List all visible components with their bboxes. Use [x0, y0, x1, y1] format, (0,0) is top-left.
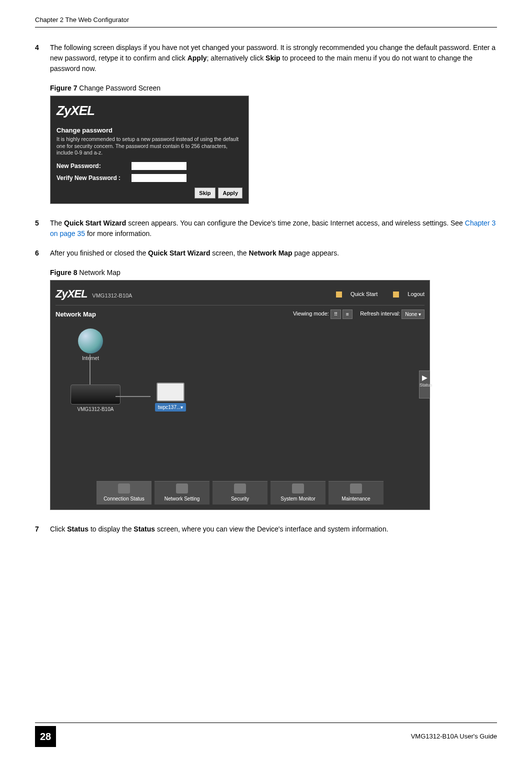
- chevron-right-icon: ▶: [420, 374, 430, 381]
- figure7-screenshot: ZyXEL Change password It is highly recom…: [50, 96, 249, 204]
- change-password-heading: Change password: [56, 126, 242, 136]
- bold-apply: Apply: [188, 54, 207, 62]
- divider: [56, 305, 424, 306]
- globe-icon: [78, 328, 103, 354]
- network-map-title: Network Map: [56, 310, 96, 320]
- step-number: 5: [35, 218, 50, 239]
- step-body: The Quick Start Wizard screen appears. Y…: [50, 218, 497, 239]
- refresh-interval-value: None: [405, 312, 417, 317]
- client-label: twpc137...▾: [155, 403, 186, 412]
- nav-label: Connection Status: [100, 495, 148, 502]
- quick-start-label: Quick Start: [350, 291, 378, 297]
- text: page appears.: [292, 249, 339, 257]
- nav-label: Maintenance: [332, 495, 380, 502]
- step-7: 7 Click Status to display the Status scr…: [35, 524, 497, 534]
- figure8-caption-bold: Figure 8: [50, 268, 77, 276]
- page-number: 28: [35, 726, 56, 747]
- nav-label: Security: [216, 495, 264, 502]
- shield-icon: [234, 484, 246, 494]
- text: to display the: [88, 525, 134, 533]
- device-model: VMG1312-B10A: [92, 292, 132, 298]
- nav-label: Network Setting: [158, 495, 206, 502]
- new-password-label: New Password:: [56, 162, 132, 170]
- nav-maintenance[interactable]: Maintenance: [328, 481, 384, 504]
- refresh-interval-label: Refresh interval:: [360, 311, 400, 317]
- step-number: 6: [35, 248, 50, 258]
- internet-label: Internet: [76, 354, 106, 362]
- text: The: [50, 219, 64, 227]
- viewing-mode-icon-button[interactable]: ⠿: [330, 310, 341, 319]
- refresh-interval-select[interactable]: None ▾: [402, 310, 424, 319]
- nav-system-monitor[interactable]: System Monitor: [270, 481, 326, 504]
- step-number: 4: [35, 42, 50, 74]
- text: screen appears. You can configure the De…: [126, 219, 464, 227]
- network-map-canvas: Internet VMG1312-B10A twpc137...▾: [56, 324, 424, 474]
- text: After you finished or closed the: [50, 249, 148, 257]
- viewing-mode-label: Viewing mode:: [293, 311, 329, 317]
- figure8-screenshot: ZyXEL VMG1312-B10A Quick Start Logout Ne…: [50, 280, 430, 510]
- gear-icon: [176, 484, 188, 494]
- text: for more information.: [85, 230, 152, 238]
- bold: Network Map: [249, 249, 292, 257]
- nav-connection-status[interactable]: Connection Status: [96, 481, 152, 504]
- step-4: 4 The following screen displays if you h…: [35, 42, 497, 74]
- router-node[interactable]: VMG1312-B10A: [66, 384, 126, 413]
- verify-password-input[interactable]: [132, 174, 186, 182]
- bold: Status: [134, 525, 155, 533]
- nav-label: System Monitor: [274, 495, 322, 502]
- apply-button[interactable]: Apply: [218, 188, 242, 199]
- zyxel-logo: ZyXEL: [56, 288, 87, 300]
- logout-label: Logout: [408, 291, 424, 297]
- nav-network-setting[interactable]: Network Setting: [154, 481, 210, 504]
- step-5: 5 The Quick Start Wizard screen appears.…: [35, 218, 497, 239]
- quick-start-link[interactable]: Quick Start: [329, 291, 378, 297]
- verify-password-label: Verify New Password :: [56, 174, 132, 182]
- nav-security[interactable]: Security: [212, 481, 268, 504]
- step-body: Click Status to display the Status scree…: [50, 524, 497, 534]
- bold: Quick Start Wizard: [148, 249, 210, 257]
- router-icon: [70, 384, 120, 404]
- logout-icon: [393, 292, 399, 298]
- figure7-caption: Figure 7 Change Password Screen: [50, 83, 497, 94]
- figure8-caption: Figure 8 Network Map: [50, 268, 497, 278]
- viewing-mode-list-button[interactable]: ≡: [342, 310, 352, 319]
- text: screen, where you can view the Device's …: [155, 525, 388, 533]
- figure7-caption-rest: Change Password Screen: [77, 84, 160, 92]
- status-tab-label: Status: [420, 382, 432, 388]
- figure7-caption-bold: Figure 7: [50, 84, 77, 92]
- step-body: The following screen displays if you hav…: [50, 42, 497, 74]
- text: screen, the: [210, 249, 248, 257]
- internet-node[interactable]: Internet: [76, 328, 106, 362]
- new-password-input[interactable]: [132, 162, 186, 170]
- skip-button[interactable]: Skip: [194, 188, 215, 199]
- bottom-nav: Connection Status Network Setting Securi…: [50, 481, 430, 504]
- monitor-icon: [292, 484, 304, 494]
- bold-skip: Skip: [266, 54, 280, 62]
- step-body: After you finished or closed the Quick S…: [50, 248, 497, 258]
- bold: Quick Start Wizard: [64, 219, 126, 227]
- step-number: 7: [35, 524, 50, 534]
- text: ; alternatively click: [207, 54, 266, 62]
- page-footer: 28 VMG1312-B10A User's Guide: [35, 722, 497, 747]
- running-header: Chapter 2 The Web Configurator: [35, 15, 497, 28]
- text: Click: [50, 525, 67, 533]
- change-password-desc: It is highly recommended to setup a new …: [56, 136, 242, 156]
- step-6: 6 After you finished or closed the Quick…: [35, 248, 497, 258]
- zyxel-logo: ZyXEL: [56, 101, 242, 120]
- laptop-icon: [156, 382, 184, 402]
- router-label: VMG1312-B10A: [66, 406, 126, 413]
- connector-line: [90, 354, 90, 384]
- guide-title: VMG1312-B10A User's Guide: [411, 732, 497, 742]
- connection-status-icon: [118, 484, 130, 494]
- wand-icon: [336, 292, 342, 298]
- client-node[interactable]: twpc137...▾: [150, 382, 190, 412]
- bold: Status: [67, 525, 88, 533]
- figure8-caption-rest: Network Map: [77, 268, 120, 276]
- connector-line: [116, 396, 150, 397]
- status-tab[interactable]: ▶ Status: [419, 370, 430, 398]
- logout-link[interactable]: Logout: [386, 291, 424, 297]
- maintenance-icon: [350, 484, 362, 494]
